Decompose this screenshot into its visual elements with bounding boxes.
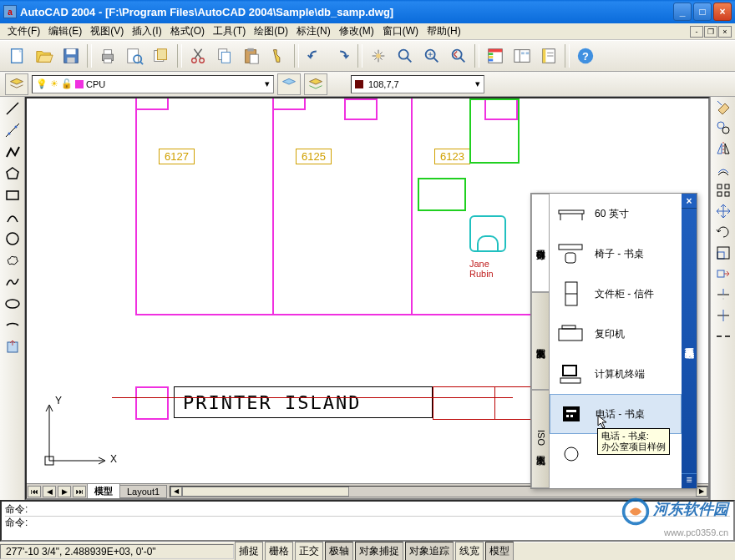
palette-close-button[interactable]: × <box>682 194 697 209</box>
zoom-window-button[interactable] <box>419 43 444 68</box>
scroll-right-button[interactable]: ▶ <box>696 487 707 497</box>
palette-item[interactable]: 计算机终端 <box>550 354 682 394</box>
palette-tab-office[interactable]: 办公室项目样例 <box>531 194 550 292</box>
publish-button[interactable] <box>149 43 174 68</box>
menu-draw[interactable]: 绘图(D) <box>250 23 292 40</box>
printer-island-label: PRINTER ISLAND <box>174 386 433 418</box>
insert-block-tool[interactable] <box>3 337 23 357</box>
redo-button[interactable] <box>329 43 354 68</box>
layer-previous-button[interactable] <box>304 73 327 95</box>
help-button[interactable]: ? <box>573 43 598 68</box>
menu-view[interactable]: 视图(V) <box>86 23 128 40</box>
array-tool[interactable] <box>715 182 732 201</box>
pan-button[interactable] <box>366 43 391 68</box>
mdi-close[interactable]: × <box>718 26 732 38</box>
zoom-previous-button[interactable] <box>446 43 471 68</box>
copy-button[interactable] <box>212 43 237 68</box>
mdi-restore[interactable]: ❐ <box>704 26 717 38</box>
close-button[interactable]: × <box>713 3 732 21</box>
minimize-button[interactable]: _ <box>673 3 692 21</box>
spline-tool[interactable] <box>3 272 23 292</box>
menu-modify[interactable]: 修改(M) <box>335 23 378 40</box>
scale-tool[interactable] <box>715 245 732 264</box>
new-button[interactable] <box>5 43 30 68</box>
polar-toggle[interactable]: 极轴 <box>325 542 353 560</box>
paste-button[interactable] <box>239 43 264 68</box>
mirror-tool[interactable] <box>715 140 732 159</box>
polygon-tool[interactable] <box>3 164 23 184</box>
ellipse-arc-tool[interactable] <box>3 315 23 335</box>
grid-toggle[interactable]: 栅格 <box>265 542 293 560</box>
menu-dimension[interactable]: 标注(N) <box>292 23 335 40</box>
extend-tool[interactable] <box>715 307 732 326</box>
menu-insert[interactable]: 插入(I) <box>128 23 165 40</box>
zoom-realtime-button[interactable] <box>393 43 418 68</box>
palette-tab-iso[interactable]: ISO 图案填充 <box>531 390 550 488</box>
print-preview-button[interactable] <box>122 43 147 68</box>
layer-states-button[interactable] <box>277 73 301 95</box>
layer-manager-button[interactable] <box>5 73 28 95</box>
save-button[interactable] <box>58 43 84 68</box>
svg-marker-48 <box>7 168 18 179</box>
tab-layout1[interactable]: Layout1 <box>119 485 167 498</box>
svg-line-14 <box>195 49 201 58</box>
lineweight-toggle[interactable]: 线宽 <box>455 542 484 560</box>
line-tool[interactable] <box>3 98 23 119</box>
tab-prev[interactable]: ◀ <box>43 486 56 497</box>
tool-palettes-button[interactable] <box>536 43 561 68</box>
menu-window[interactable]: 窗口(W) <box>378 23 423 40</box>
tab-first[interactable]: ⏮ <box>28 486 41 497</box>
snap-toggle[interactable]: 捕捉 <box>235 542 263 560</box>
palette-item[interactable]: 文件柜 - 信件 <box>550 274 682 314</box>
move-tool[interactable] <box>715 203 732 222</box>
palette-header[interactable]: × 工具选项板 ≡ <box>682 194 697 488</box>
palette-menu-button[interactable]: ≡ <box>682 473 697 488</box>
print-button[interactable] <box>95 43 120 68</box>
svg-rect-84 <box>564 366 575 375</box>
scroll-left-button[interactable]: ◀ <box>170 487 182 497</box>
palette-item[interactable]: 复印机 <box>550 314 682 354</box>
mdi-minimize[interactable]: - <box>690 26 703 38</box>
revision-cloud-tool[interactable] <box>3 250 23 270</box>
svg-line-44 <box>7 103 18 114</box>
menu-file[interactable]: 文件(F) <box>3 23 44 40</box>
palette-item[interactable]: 60 英寸 <box>550 194 682 234</box>
scroll-thumb[interactable] <box>182 487 349 497</box>
match-properties-button[interactable] <box>266 43 291 68</box>
circle-tool[interactable] <box>3 229 23 249</box>
palette-tab-imperial[interactable]: 英制图案填充 <box>531 292 550 391</box>
stretch-tool[interactable] <box>715 265 732 285</box>
trim-tool[interactable] <box>715 286 732 305</box>
palette-item[interactable]: 椅子 - 书桌 <box>550 234 682 274</box>
cut-button[interactable] <box>185 43 210 68</box>
rotate-tool[interactable] <box>715 224 732 243</box>
layer-combo[interactable]: 💡 ☀ 🔓 CPU ▾ <box>32 75 274 93</box>
erase-tool[interactable] <box>715 98 732 118</box>
break-tool[interactable] <box>715 328 732 347</box>
osnap-toggle[interactable]: 对象捕捉 <box>355 542 403 560</box>
open-button[interactable] <box>32 43 57 68</box>
color-combo[interactable]: 108,7,7 ▾ <box>351 75 484 93</box>
offset-tool[interactable] <box>715 161 732 180</box>
tab-model[interactable]: 模型 <box>87 483 120 499</box>
ellipse-tool[interactable] <box>3 294 23 314</box>
polyline-tool[interactable] <box>3 142 23 162</box>
otrack-toggle[interactable]: 对象追踪 <box>405 542 454 560</box>
maximize-button[interactable]: □ <box>693 3 712 21</box>
arc-tool[interactable] <box>3 207 23 227</box>
menu-edit[interactable]: 编辑(E) <box>44 23 86 40</box>
tab-last[interactable]: ⏭ <box>73 486 86 497</box>
menu-format[interactable]: 格式(O) <box>166 23 209 40</box>
menu-help[interactable]: 帮助(H) <box>423 23 465 40</box>
undo-button[interactable] <box>302 43 327 68</box>
tab-next[interactable]: ▶ <box>58 486 71 497</box>
properties-button[interactable] <box>483 43 508 68</box>
copy-tool[interactable] <box>715 119 732 139</box>
model-toggle[interactable]: 模型 <box>485 542 514 560</box>
ortho-toggle[interactable]: 正交 <box>295 542 323 560</box>
menu-tools[interactable]: 工具(T) <box>209 23 250 40</box>
copier-icon <box>556 319 586 349</box>
design-center-button[interactable] <box>509 43 535 68</box>
construction-line-tool[interactable] <box>3 120 23 140</box>
rectangle-tool[interactable] <box>3 185 23 205</box>
